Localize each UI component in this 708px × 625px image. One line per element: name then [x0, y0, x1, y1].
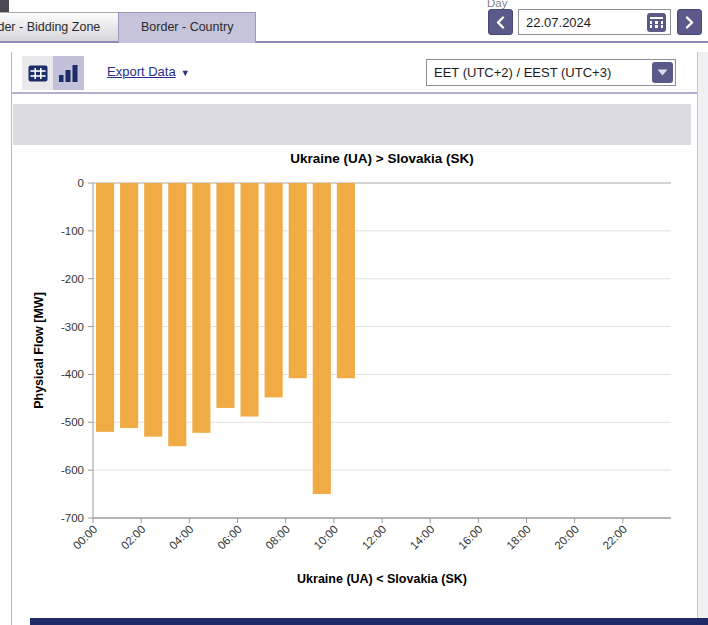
vertical-scrollbar[interactable] — [697, 52, 708, 625]
tab-border-country[interactable]: Border - Country — [118, 12, 256, 43]
chevron-down-icon — [657, 69, 668, 76]
export-caret-icon: ▼ — [181, 68, 190, 78]
x-axis-title: Ukraine (UA) < Slovakia (SK) — [297, 572, 467, 586]
y-tick-label: -700 — [61, 512, 84, 524]
x-tick-label: 08:00 — [263, 523, 292, 552]
y-tick-label: -400 — [61, 368, 84, 380]
chart-svg: 0-100-200-300-400-500-600-70000:0002:000… — [13, 146, 697, 616]
day-picker-label: Day — [487, 0, 507, 9]
x-tick-label: 04:00 — [167, 523, 196, 552]
tabbar-underline — [0, 41, 708, 43]
y-tick-label: -200 — [61, 273, 84, 285]
flow-bar-00:00 — [96, 183, 114, 432]
y-tick-label: 0 — [78, 177, 84, 189]
chart-view-button[interactable] — [53, 56, 84, 90]
x-tick-label: 12:00 — [360, 523, 389, 552]
previous-day-button[interactable] — [488, 9, 513, 35]
date-field-wrap — [518, 9, 671, 35]
timezone-value: EET (UTC+2) / EEST (UTC+3) — [427, 65, 652, 80]
flow-bar-03:00 — [168, 183, 186, 446]
flow-bar-09:00 — [313, 183, 331, 494]
bar-chart-icon — [59, 65, 78, 82]
export-data-link[interactable]: Export Data▼ — [107, 64, 190, 79]
flow-bar-01:00 — [120, 183, 138, 428]
x-tick-label: 22:00 — [600, 523, 629, 552]
timezone-dropdown[interactable]: EET (UTC+2) / EEST (UTC+3) — [426, 59, 676, 86]
physical-flow-chart: 0-100-200-300-400-500-600-70000:0002:000… — [13, 146, 697, 616]
next-day-button[interactable] — [677, 9, 702, 35]
y-tick-label: -300 — [61, 321, 84, 333]
x-tick-label: 20:00 — [552, 523, 581, 552]
y-axis-title: Physical Flow [MW] — [32, 292, 46, 409]
date-input[interactable] — [519, 15, 647, 30]
x-tick-label: 06:00 — [215, 523, 244, 552]
calendar-icon[interactable] — [647, 13, 666, 32]
flow-bar-07:00 — [265, 183, 283, 397]
dropdown-arrow-button[interactable] — [652, 62, 673, 83]
flow-bar-08:00 — [289, 183, 307, 378]
flow-bar-05:00 — [216, 183, 234, 408]
export-data-label: Export Data — [107, 64, 176, 79]
x-tick-label: 02:00 — [119, 523, 148, 552]
x-tick-label: 00:00 — [71, 523, 100, 552]
content-panel: Export Data▼ EET (UTC+2) / EEST (UTC+3) … — [11, 52, 697, 625]
table-icon — [28, 65, 48, 82]
chart-header-strip — [13, 104, 691, 145]
chart-title: Ukraine (UA) > Slovakia (SK) — [290, 151, 473, 166]
chevron-left-icon — [496, 16, 505, 29]
chevron-right-icon — [685, 16, 694, 29]
flow-bar-04:00 — [192, 183, 210, 433]
flow-bar-10:00 — [337, 183, 355, 378]
x-tick-label: 18:00 — [504, 523, 533, 552]
y-tick-label: -100 — [61, 225, 84, 237]
y-tick-label: -500 — [61, 416, 84, 428]
x-tick-label: 16:00 — [456, 523, 485, 552]
flow-bar-06:00 — [241, 183, 259, 417]
bottom-window-bar — [30, 618, 708, 625]
tab-border-bidding-zone[interactable]: Border - Bidding Zone — [0, 12, 123, 41]
flow-bar-02:00 — [144, 183, 162, 437]
toolbar: Export Data▼ EET (UTC+2) / EEST (UTC+3) — [12, 52, 697, 94]
x-tick-label: 14:00 — [408, 523, 437, 552]
table-view-button[interactable] — [22, 56, 53, 90]
y-tick-label: -600 — [61, 464, 84, 476]
x-tick-label: 10:00 — [311, 523, 340, 552]
